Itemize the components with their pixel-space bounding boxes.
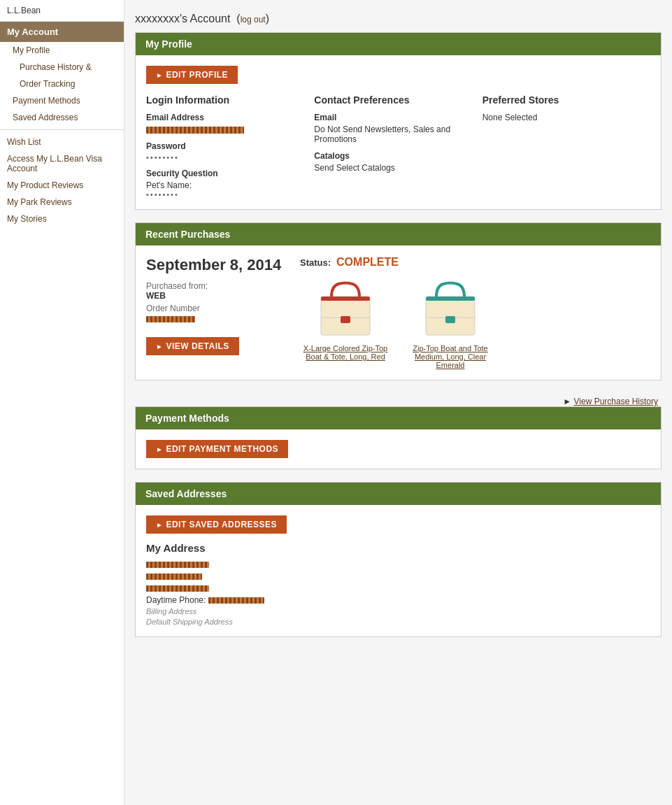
view-details-arrow-icon: ► — [156, 343, 163, 350]
preferred-stores-value: None Selected — [482, 113, 636, 122]
status-line: Status: COMPLETE — [300, 256, 650, 269]
edit-profile-label: EDIT PROFILE — [166, 70, 228, 80]
order-number-redacted — [146, 316, 195, 322]
purchase-row: September 8, 2014 Purchased from: WEB Or… — [146, 256, 650, 369]
svg-rect-3 — [341, 316, 350, 323]
logout-link[interactable]: log out — [241, 15, 266, 24]
security-question-label: Security Question — [146, 169, 300, 178]
status-label: Status: — [300, 257, 331, 268]
sidebar-item-my-profile[interactable]: My Profile — [0, 42, 124, 59]
edit-profile-arrow-icon: ► — [156, 71, 163, 79]
product-item-teal-tote: Zip-Top Boat and Tote Medium, Long, Clea… — [405, 276, 496, 369]
security-value: •••••••• — [146, 190, 300, 199]
email-label: Email Address — [146, 113, 300, 122]
catalogs-value: Send Select Catalogs — [314, 163, 468, 173]
product-item-red-tote: X-Large Colored Zip-Top Boat & Tote, Lon… — [300, 276, 391, 369]
sidebar: L.L.Bean My Account My Profile Purchase … — [0, 0, 124, 805]
saved-addresses-section: Saved Addresses ► EDIT SAVED ADDRESSES M… — [135, 482, 662, 637]
daytime-phone-label: Daytime Phone: — [146, 595, 206, 605]
purchased-from-label: Purchased from: — [146, 281, 208, 291]
view-purchase-history-link[interactable]: View Purchase History — [574, 397, 659, 406]
profile-columns: Login Information Email Address Password… — [146, 94, 650, 199]
payment-body: ► EDIT PAYMENT METHODS — [136, 429, 661, 469]
edit-addresses-button[interactable]: ► EDIT SAVED ADDRESSES — [146, 515, 287, 534]
sidebar-item-wish-list[interactable]: Wish List — [0, 134, 124, 150]
catalogs-label: Catalogs — [314, 151, 468, 161]
edit-payment-button[interactable]: ► EDIT PAYMENT METHODS — [146, 440, 288, 458]
payment-methods-section: Payment Methods ► EDIT PAYMENT METHODS — [135, 406, 662, 469]
addresses-body: ► EDIT SAVED ADDRESSES My Address Daytim… — [136, 505, 661, 636]
preferred-stores-header: Preferred Stores — [482, 94, 636, 106]
sidebar-item-visa-account[interactable]: Access My L.L.Bean Visa Account — [0, 150, 124, 177]
contact-prefs-col: Contact Preferences Email Do Not Send Ne… — [314, 94, 482, 199]
sidebar-divider — [0, 129, 124, 130]
purchase-date: September 8, 2014 — [146, 256, 286, 274]
purchase-items: Status: COMPLETE — [300, 256, 650, 369]
order-number-label: Order Number — [146, 304, 200, 313]
address-line-1 — [146, 560, 650, 569]
sidebar-item-purchase-history[interactable]: Purchase History & — [0, 59, 124, 76]
main-content: xxxxxxxx's Account (log out) My Profile … — [124, 0, 672, 805]
saved-addresses-header: Saved Addresses — [136, 483, 661, 505]
preferred-stores-col: Preferred Stores None Selected — [482, 94, 650, 199]
daytime-phone: Daytime Phone: — [146, 595, 650, 605]
items-row: X-Large Colored Zip-Top Boat & Tote, Lon… — [300, 276, 650, 369]
svg-rect-7 — [445, 316, 455, 323]
page-title-username: xxxxxxxx's Account — [135, 13, 230, 24]
product-name-teal-tote[interactable]: Zip-Top Boat and Tote Medium, Long, Clea… — [405, 344, 496, 369]
sidebar-item-product-reviews[interactable]: My Product Reviews — [0, 177, 124, 194]
sidebar-item-stories[interactable]: My Stories — [0, 211, 124, 227]
sidebar-item-payment-methods[interactable]: Payment Methods — [0, 92, 124, 109]
sidebar-item-order-tracking[interactable]: Order Tracking — [0, 76, 124, 92]
edit-addresses-label: EDIT SAVED ADDRESSES — [166, 520, 277, 529]
password-label: Password — [146, 141, 300, 151]
address-line-2-redacted — [146, 574, 202, 580]
email-value — [146, 124, 300, 134]
sidebar-item-park-reviews[interactable]: My Park Reviews — [0, 194, 124, 211]
edit-addresses-arrow-icon: ► — [156, 521, 163, 529]
address-line-3 — [146, 583, 650, 593]
product-img-teal-tote — [419, 276, 482, 339]
svg-rect-0 — [321, 297, 370, 335]
my-address-label: My Address — [146, 542, 650, 554]
sidebar-item-saved-addresses[interactable]: Saved Addresses — [0, 109, 124, 126]
recent-purchases-header: Recent Purchases — [136, 223, 661, 245]
password-value: •••••••• — [146, 153, 300, 162]
contact-prefs-header: Contact Preferences — [314, 94, 468, 106]
edit-profile-button[interactable]: ► EDIT PROFILE — [146, 66, 238, 84]
daytime-phone-redacted — [208, 597, 264, 604]
purchases-body: September 8, 2014 Purchased from: WEB Or… — [136, 245, 661, 380]
order-number: Order Number — [146, 304, 286, 323]
payment-methods-header: Payment Methods — [136, 407, 661, 429]
purchased-from-value: WEB — [146, 291, 166, 301]
shipping-tag: Default Shipping Address — [146, 618, 650, 626]
profile-body: ► EDIT PROFILE Login Information Email A… — [136, 55, 661, 209]
view-purchase-history-wrapper: ► View Purchase History — [135, 393, 662, 406]
svg-rect-5 — [426, 297, 475, 301]
view-details-label: VIEW DETAILS — [166, 341, 229, 351]
address-line-1-redacted — [146, 562, 209, 568]
my-profile-header: My Profile — [136, 33, 661, 55]
site-logo: L.L.Bean — [0, 0, 124, 22]
purchase-info: September 8, 2014 Purchased from: WEB Or… — [146, 256, 286, 369]
contact-email-label: Email — [314, 113, 468, 122]
page-header: xxxxxxxx's Account (log out) — [135, 7, 662, 32]
address-line-2 — [146, 571, 650, 581]
billing-tag: Billing Address — [146, 607, 650, 615]
view-history-arrow-icon: ► — [563, 397, 571, 406]
status-value: COMPLETE — [336, 256, 399, 269]
email-redacted — [146, 127, 244, 134]
product-name-red-tote[interactable]: X-Large Colored Zip-Top Boat & Tote, Lon… — [300, 344, 391, 361]
login-info-header: Login Information — [146, 94, 300, 106]
security-sub: Pet's Name: — [146, 180, 300, 190]
svg-rect-4 — [426, 297, 475, 335]
address-line-3-redacted — [146, 585, 209, 592]
account-header: My Account — [0, 22, 124, 42]
edit-payment-arrow-icon: ► — [156, 446, 163, 453]
view-details-button[interactable]: ► VIEW DETAILS — [146, 337, 239, 355]
login-info-col: Login Information Email Address Password… — [146, 94, 314, 199]
my-profile-section: My Profile ► EDIT PROFILE Login Informat… — [135, 32, 662, 210]
contact-email-value: Do Not Send Newsletters, Sales and Promo… — [314, 124, 468, 144]
svg-rect-1 — [321, 297, 370, 301]
recent-purchases-section: Recent Purchases September 8, 2014 Purch… — [135, 222, 662, 380]
